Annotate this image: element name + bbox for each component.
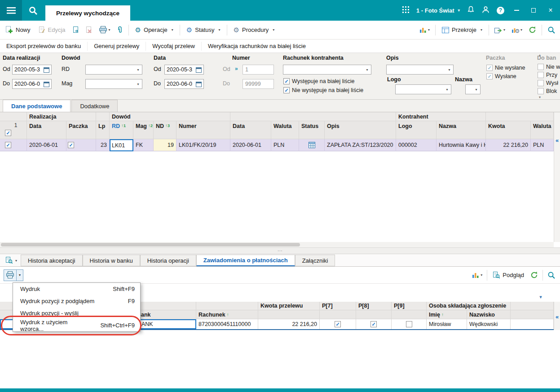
horizontal-scrollbar[interactable] bbox=[0, 242, 554, 247]
group-p9[interactable]: P[9] bbox=[392, 302, 427, 310]
tab-zalaczniki[interactable]: Załączniki bbox=[295, 255, 335, 266]
notifications-bell-icon[interactable] bbox=[467, 6, 475, 15]
horizontal-scrollbar-thumb[interactable] bbox=[1, 243, 300, 247]
statusy-menu-button[interactable]: ⚙ Statusy ▾ bbox=[185, 25, 222, 35]
chart-menu-button[interactable]: ▾ bbox=[419, 26, 431, 35]
generuj-przelewy-button[interactable]: Generuj przelewy bbox=[88, 42, 146, 51]
minimize-button[interactable] bbox=[511, 5, 521, 15]
paczka-nie-wyslane-checkbox[interactable]: ✓ Nie wysłane bbox=[486, 65, 525, 71]
grid-right-scroll-strip[interactable]: « bbox=[554, 112, 560, 242]
export-menu-button[interactable]: ▾ bbox=[494, 26, 506, 35]
collapse-panel-left-icon[interactable]: « bbox=[554, 137, 560, 144]
help-icon[interactable]: ? bbox=[497, 7, 504, 14]
numer-od-input[interactable] bbox=[243, 65, 274, 75]
numer-do-input[interactable] bbox=[243, 79, 274, 89]
operacje-menu-button[interactable]: ⚙ Operacje ▾ bbox=[133, 25, 175, 35]
weryfikacja-rachunkow-button[interactable]: Weryfikacja rachunków na białej liście bbox=[202, 42, 312, 51]
column-header-status[interactable]: Status bbox=[299, 121, 325, 139]
do-banku-checkbox-1[interactable]: Nie w bbox=[538, 64, 560, 70]
tab-dodatkowe[interactable]: Dodatkowe bbox=[71, 100, 118, 112]
bottom-grid-right-scroll-strip[interactable]: « bbox=[554, 302, 560, 330]
menu-item-wydruk[interactable]: Wydruk Shift+F9 bbox=[13, 283, 140, 295]
column-header-data[interactable]: Data bbox=[230, 121, 271, 139]
hamburger-menu-button[interactable] bbox=[0, 0, 22, 21]
column-header-paczka[interactable]: Paczka bbox=[66, 121, 96, 139]
menu-item-wydruk-pozycji-z-podgladem[interactable]: Wydruk pozycji z podglądem F9 bbox=[13, 295, 140, 307]
column-header-rd[interactable]: RD↑1 bbox=[110, 121, 133, 139]
rachunek-kontrahenta-combo[interactable]: ▾ bbox=[283, 65, 371, 75]
tab-dane-podstawowe[interactable]: Dane podstawowe bbox=[3, 100, 71, 112]
maximize-button[interactable] bbox=[529, 5, 538, 15]
chart-settings-menu-button[interactable]: ▾ bbox=[511, 26, 523, 35]
tab-zawiadomienia-o-platnosciach[interactable]: Zawiadomienia o płatnościach bbox=[196, 255, 295, 266]
column-header-nazwa[interactable]: Nazwa bbox=[437, 121, 486, 139]
nowy-button[interactable]: Nowy bbox=[4, 25, 32, 35]
column-header-mag[interactable]: Mag↑2 bbox=[133, 121, 154, 139]
tab-historia-w-banku[interactable]: Historia w banku bbox=[83, 255, 140, 266]
nie-wystepuje-na-bialej-liscie-checkbox[interactable]: ✓ Nie występuje na białej liście bbox=[283, 87, 363, 93]
column-header-opis[interactable]: Opis bbox=[325, 121, 396, 139]
wystepuje-na-bialej-liscie-checkbox[interactable]: ✓ Występuje na białej liście bbox=[283, 78, 355, 84]
select-all-checkbox[interactable]: ✓ bbox=[5, 130, 11, 136]
column-header-nazwisko[interactable]: Nazwisko bbox=[467, 310, 511, 319]
tab-historia-operacji[interactable]: Historia operacji bbox=[140, 255, 196, 266]
paczka-wyslane-checkbox[interactable]: ✓ Wysłane bbox=[486, 73, 516, 79]
open-document-button[interactable] bbox=[72, 25, 80, 35]
data-realizacji-do-input[interactable] bbox=[12, 79, 52, 89]
search-records-button-bottom[interactable] bbox=[547, 270, 556, 281]
menu-item-wydruk-pozycji-wyslij[interactable]: Wydruk pozycji - wyślij bbox=[13, 307, 140, 319]
edycja-button[interactable]: Edycja bbox=[37, 25, 67, 35]
select-all-header[interactable]: 1 ✓ bbox=[0, 121, 27, 139]
paczka-checkbox-checked[interactable]: ✓ bbox=[68, 142, 74, 148]
row-select-cell[interactable]: ✓ bbox=[0, 139, 27, 151]
chart-menu-button-bottom[interactable]: ▾ bbox=[471, 271, 483, 280]
column-header-waluta[interactable]: Waluta bbox=[271, 121, 299, 139]
user-icon[interactable] bbox=[482, 6, 489, 15]
column-header-data-realizacji[interactable]: Data bbox=[27, 121, 66, 139]
cell-p7[interactable]: ✓ bbox=[320, 319, 356, 329]
calendar-icon[interactable] bbox=[42, 65, 51, 74]
przekroje-menu-button[interactable]: Przekroje ▾ bbox=[440, 25, 484, 35]
column-header-waluta-2[interactable]: Waluta bbox=[531, 121, 554, 139]
column-header-kwota[interactable]: Kwota bbox=[486, 121, 531, 139]
search-records-button[interactable] bbox=[547, 25, 556, 35]
column-header-lp[interactable]: Lp bbox=[96, 121, 110, 139]
titlebar-search-button[interactable] bbox=[22, 0, 44, 21]
collapse-bottom-panel-button[interactable]: ▾ bbox=[534, 294, 547, 300]
group-p8[interactable]: P[8] bbox=[356, 302, 392, 310]
cell-p9[interactable] bbox=[392, 319, 427, 329]
cell-paczka[interactable]: ✓ bbox=[66, 139, 96, 151]
calendar-icon[interactable] bbox=[42, 79, 51, 88]
do-banku-checkbox-3[interactable]: Wysł bbox=[538, 80, 558, 86]
p9-checkbox-unchecked[interactable] bbox=[406, 321, 412, 327]
company-selector[interactable]: 1 - Foto Świat ▾ bbox=[416, 7, 460, 14]
dowod-mag-combo[interactable]: ▾ bbox=[85, 79, 142, 89]
dowod-rd-combo[interactable]: ▾ bbox=[85, 65, 142, 75]
transfer-row[interactable]: ✓ 2020-06-01 ✓ 23 LK01 FK 19 LK01/FK/20/… bbox=[0, 139, 554, 151]
collapse-panel-left-icon[interactable]: « bbox=[554, 313, 560, 320]
group-kwota-przelewu[interactable]: Kwota przelewu bbox=[258, 302, 320, 310]
podglad-button[interactable]: Podgląd bbox=[491, 270, 526, 280]
window-tab-przelewy-wychodzace[interactable]: Przelewy wychodzące bbox=[45, 5, 130, 21]
refresh-button[interactable] bbox=[528, 25, 537, 35]
column-header-rachunek[interactable]: Rachunek↑ bbox=[196, 310, 258, 319]
calendar-icon[interactable] bbox=[194, 65, 203, 74]
data-do-input[interactable] bbox=[164, 79, 204, 89]
tab-historia-akceptacji[interactable]: Historia akceptacji bbox=[21, 255, 83, 266]
data-realizacji-od-input[interactable] bbox=[12, 65, 52, 75]
logo-combo[interactable]: ▾ bbox=[395, 84, 451, 94]
column-header-logo[interactable]: Logo bbox=[396, 121, 437, 139]
filter-scroll-up-button[interactable]: ▴ bbox=[536, 52, 543, 57]
apps-grid-icon[interactable] bbox=[402, 6, 409, 14]
p8-checkbox-checked[interactable]: ✓ bbox=[370, 321, 377, 327]
print-button[interactable]: ▾ bbox=[98, 25, 111, 35]
nazwa-combo[interactable]: ▾ bbox=[465, 84, 481, 94]
cell-p8[interactable]: ✓ bbox=[356, 319, 392, 329]
delete-button[interactable] bbox=[85, 25, 93, 35]
column-header-numer[interactable]: Numer bbox=[176, 121, 230, 139]
print-button-bottom[interactable] bbox=[4, 269, 16, 281]
wycofaj-przelew-button[interactable]: Wycofaj przelew bbox=[146, 42, 202, 51]
attachment-button[interactable] bbox=[116, 25, 124, 35]
opis-combo[interactable]: ▾ bbox=[386, 65, 454, 75]
calendar-icon[interactable] bbox=[194, 79, 203, 88]
